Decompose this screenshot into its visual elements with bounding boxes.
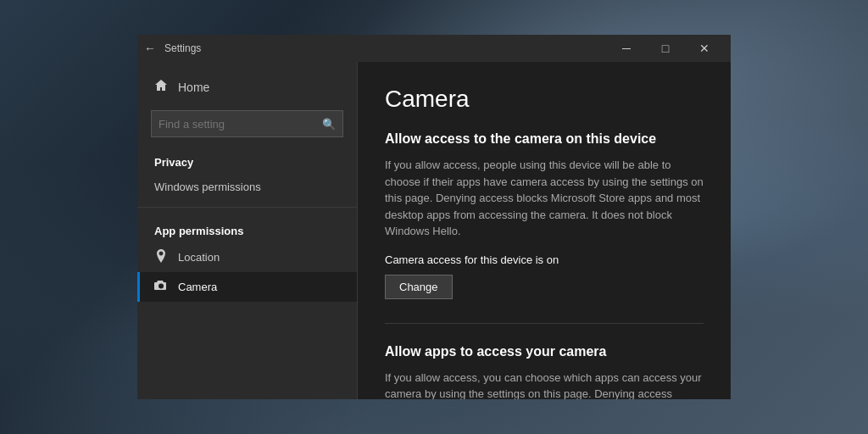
sidebar-item-home[interactable]: Home [137, 72, 357, 102]
home-icon [154, 79, 168, 95]
device-access-description: If you allow access, people using this d… [385, 157, 704, 240]
home-label: Home [178, 81, 209, 94]
location-label: Location [178, 251, 220, 264]
search-input[interactable] [159, 118, 322, 131]
back-button[interactable]: ← [144, 42, 156, 55]
sidebar-divider [137, 207, 357, 208]
section-divider [385, 323, 704, 324]
window-controls: ─ □ ✕ [607, 35, 724, 62]
app-permissions-section-title: App permissions [137, 214, 357, 242]
camera-icon [154, 279, 168, 295]
device-access-heading: Allow access to the camera on this devic… [385, 131, 704, 147]
close-button[interactable]: ✕ [685, 35, 724, 62]
app-access-description: If you allow access, you can choose whic… [385, 370, 704, 400]
window-title: Settings [164, 42, 607, 54]
settings-window: ← Settings ─ □ ✕ Home 🔍 Privacy [137, 35, 731, 399]
minimize-button[interactable]: ─ [607, 35, 646, 62]
sidebar-item-camera[interactable]: Camera [137, 272, 357, 302]
device-access-status: Camera access for this device is on [385, 253, 704, 266]
search-icon: 🔍 [322, 118, 336, 131]
camera-label: Camera [178, 281, 217, 293]
location-icon [154, 249, 168, 265]
app-access-heading: Allow apps to access your camera [385, 344, 704, 359]
sidebar-item-location[interactable]: Location [137, 242, 357, 272]
sidebar: Home 🔍 Privacy Windows permissions App p… [137, 62, 358, 399]
privacy-section-title: Privacy [137, 146, 357, 174]
page-title: Camera [385, 86, 704, 113]
sidebar-item-windows-permissions[interactable]: Windows permissions [137, 174, 357, 200]
search-box[interactable]: 🔍 [151, 110, 343, 137]
maximize-button[interactable]: □ [646, 35, 685, 62]
windows-permissions-label: Windows permissions [154, 181, 261, 193]
window-content: Home 🔍 Privacy Windows permissions App p… [137, 62, 731, 399]
title-bar: ← Settings ─ □ ✕ [137, 35, 731, 62]
change-button[interactable]: Change [385, 275, 453, 299]
main-content: Camera Allow access to the camera on thi… [358, 62, 731, 399]
